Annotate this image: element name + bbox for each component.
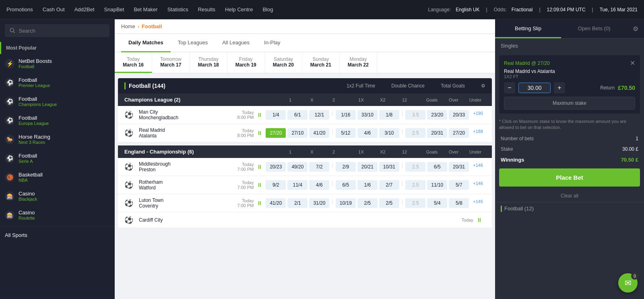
tab-top-leagues[interactable]: Top Leagues: [171, 34, 215, 52]
odds-1[interactable]: 41/20: [266, 198, 286, 208]
odds-x[interactable]: 11/4: [287, 180, 308, 190]
odds-x2[interactable]: 1/6: [357, 180, 378, 190]
more-odds[interactable]: +146: [471, 180, 485, 190]
nav-betmaker[interactable]: Bet Maker: [134, 6, 157, 12]
tab-all-leagues[interactable]: All Leagues: [215, 34, 257, 52]
odds-12[interactable]: 10/31: [379, 162, 399, 172]
odds-12[interactable]: 2/7: [379, 180, 399, 190]
odds-over[interactable]: 5/4: [427, 198, 447, 208]
stake-input[interactable]: [518, 83, 551, 93]
odds-goals[interactable]: 2.5: [405, 162, 425, 172]
tab-in-play[interactable]: In-Play: [257, 34, 287, 52]
odds-1[interactable]: 9/2: [266, 180, 286, 190]
slip-gear-icon[interactable]: ⚙: [627, 19, 644, 38]
max-stake-button[interactable]: Maximum stake: [504, 97, 635, 110]
nav-promotions[interactable]: Promotions: [6, 6, 33, 12]
sidebar-item-horse-racing[interactable]: 🐎 Horse Racing Next 3 Races: [0, 130, 114, 149]
date-monday[interactable]: Monday March 22: [340, 52, 377, 73]
date-saturday[interactable]: Saturday March 20: [265, 52, 302, 73]
odds-value[interactable]: Fractional: [512, 7, 533, 12]
date-day: Sunday: [310, 56, 331, 62]
odds-x[interactable]: 27/10: [287, 128, 308, 138]
odds-over[interactable]: 6/5: [427, 162, 447, 172]
nav-results[interactable]: Results: [198, 6, 215, 12]
odds-1x[interactable]: 6/5: [336, 180, 356, 190]
odds-2[interactable]: 7/2: [309, 162, 329, 172]
odds-goals[interactable]: 2.5: [405, 180, 425, 190]
odds-12[interactable]: 1/8: [379, 110, 399, 120]
odds-under[interactable]: 20/33: [449, 110, 469, 120]
language-value[interactable]: English UK: [456, 7, 479, 12]
odds-x2[interactable]: 20/21: [357, 162, 378, 172]
odds-12[interactable]: 2/5: [379, 198, 399, 208]
stake-decrease[interactable]: −: [504, 82, 515, 93]
sidebar-item-football-serie-a[interactable]: ⚽ Football Serie A: [0, 149, 114, 168]
odds-x[interactable]: 2/1: [287, 198, 308, 208]
odds-under[interactable]: 5/7: [449, 180, 469, 190]
clear-all-button[interactable]: Clear all: [495, 190, 644, 202]
search-input[interactable]: [19, 28, 105, 34]
nav-helpcentre[interactable]: Help Centre: [225, 6, 253, 12]
odds-1x[interactable]: 5/12: [336, 128, 356, 138]
odds-goals[interactable]: 3.5: [405, 110, 425, 120]
odds-1[interactable]: 1/4: [266, 110, 286, 120]
odds-goals[interactable]: 2.5: [405, 198, 425, 208]
odds-x2[interactable]: 33/10: [357, 110, 378, 120]
odds-x[interactable]: 49/20: [287, 162, 308, 172]
team1-name: Cardiff City: [139, 217, 446, 223]
more-odds[interactable]: +146: [471, 162, 485, 172]
nav-statistics[interactable]: Statistics: [167, 6, 188, 12]
odds-2[interactable]: 41/20: [309, 128, 329, 138]
more-odds[interactable]: +188: [471, 128, 485, 138]
date-tomorrow[interactable]: Tomorrow March 17: [152, 52, 190, 73]
odds-goals[interactable]: 2.5: [405, 128, 425, 138]
nav-snapbet[interactable]: SnapBet: [104, 6, 124, 12]
odds-under[interactable]: 20/31: [449, 162, 469, 172]
odds-2[interactable]: 4/6: [309, 180, 329, 190]
odds-1x[interactable]: 2/9: [336, 162, 356, 172]
sidebar-item-all-sports[interactable]: All Sports: [0, 228, 114, 242]
odds-2[interactable]: 12/1: [309, 110, 329, 120]
odds-1[interactable]: 27/20: [266, 128, 286, 138]
odds-2[interactable]: 31/20: [309, 198, 329, 208]
odds-x2[interactable]: 4/6: [357, 128, 378, 138]
tab-daily-matches[interactable]: Daily Matches: [121, 34, 171, 52]
odds-12[interactable]: 3/10: [379, 128, 399, 138]
sidebar-item-football-champions[interactable]: ⚽ Football Champions League: [0, 92, 114, 111]
sidebar-item-netbet-boosts[interactable]: ⚡ NetBet Boosts Football: [0, 54, 114, 73]
sidebar-item-football-premier[interactable]: ⚽ Football Premier League: [0, 73, 114, 92]
nav-cashout[interactable]: Cash Out: [43, 6, 65, 12]
sidebar-item-basketball-nba[interactable]: 🏀 Basketball NBA: [0, 168, 114, 187]
date-friday[interactable]: Friday March 19: [227, 52, 265, 73]
date-sunday[interactable]: Sunday March 21: [302, 52, 340, 73]
odds-x[interactable]: 6/1: [287, 110, 308, 120]
sidebar-item-casino-blackjack[interactable]: 🎰 Casino Blackjack: [0, 187, 114, 206]
filter-icon[interactable]: ⚙: [481, 83, 485, 89]
slip-tab-openbets[interactable]: Open Bets (0): [561, 20, 627, 38]
search-wrap[interactable]: [5, 24, 109, 37]
nav-add2bet[interactable]: Add2Bet: [74, 6, 95, 12]
odds-over[interactable]: 20/31: [427, 128, 447, 138]
date-thursday[interactable]: Thursday March 18: [190, 52, 227, 73]
sidebar-item-casino-roulette[interactable]: 🎰 Casino Roulette: [0, 206, 114, 224]
chat-button[interactable]: ✉ 0: [618, 273, 638, 293]
date-today[interactable]: Today March 16: [115, 52, 152, 73]
place-bet-button[interactable]: Place Bet: [499, 168, 640, 187]
odds-1x[interactable]: 10/19: [336, 198, 356, 208]
odds-over[interactable]: 11/10: [427, 180, 447, 190]
slip-tab-betting[interactable]: Betting Slip: [495, 20, 561, 38]
sidebar-item-football-europa[interactable]: ⚽ Football Europa League: [0, 111, 114, 130]
odds-over[interactable]: 23/20: [427, 110, 447, 120]
nav-blog[interactable]: Blog: [262, 6, 273, 12]
match-odds: 1/4 6/1 12/1 | 1/16 33/10 1/8 | 3.5 23/2…: [266, 110, 485, 120]
odds-x2[interactable]: 2/5: [357, 198, 378, 208]
more-odds[interactable]: +190: [471, 110, 485, 120]
odds-1[interactable]: 20/23: [266, 162, 286, 172]
odds-1x[interactable]: 1/16: [336, 110, 356, 120]
more-odds[interactable]: +145: [471, 198, 485, 208]
odds-under[interactable]: 5/8: [449, 198, 469, 208]
breadcrumb-home[interactable]: Home: [121, 23, 135, 29]
odds-under[interactable]: 27/20: [449, 128, 469, 138]
bet-close-button[interactable]: ✕: [630, 59, 635, 67]
stake-increase[interactable]: +: [554, 82, 565, 93]
